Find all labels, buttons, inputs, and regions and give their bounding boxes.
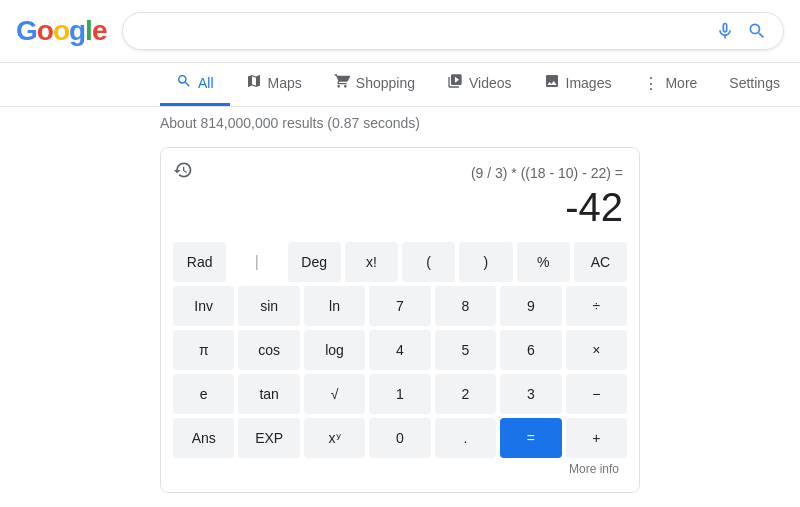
calc-btn-Inv-1-0[interactable]: Inv	[173, 286, 234, 326]
mic-button[interactable]	[715, 21, 735, 41]
calc-btn-1-3-3[interactable]: 1	[369, 374, 430, 414]
logo-letter-l: l	[85, 15, 92, 46]
calc-btn--4-5[interactable]: =	[500, 418, 561, 458]
tab-videos-label: Videos	[469, 75, 512, 91]
tab-more[interactable]: ⋮ More	[627, 64, 713, 106]
tab-maps[interactable]: Maps	[230, 63, 318, 106]
calc-btn-log-2-2[interactable]: log	[304, 330, 365, 370]
calc-btn-0-4-3[interactable]: 0	[369, 418, 430, 458]
calc-btn--4-4[interactable]: .	[435, 418, 496, 458]
calc-btn-ln-1-2[interactable]: ln	[304, 286, 365, 326]
calc-btn--3-2[interactable]: √	[304, 374, 365, 414]
tab-maps-label: Maps	[268, 75, 302, 91]
calc-btn-3-3-5[interactable]: 3	[500, 374, 561, 414]
all-icon	[176, 73, 192, 93]
logo-letter-g: G	[16, 15, 37, 46]
calc-btn--2-0[interactable]: π	[173, 330, 234, 370]
calc-btn-sin-1-1[interactable]: sin	[238, 286, 299, 326]
header: Google 9 ÷ 3((18 – 10) – 22)	[0, 0, 800, 63]
calculator: (9 / 3) * ((18 - 10) - 22) = -42 Rad|Deg…	[160, 147, 640, 493]
tab-settings[interactable]: Settings	[713, 65, 796, 104]
videos-icon	[447, 73, 463, 93]
logo-letter-o1: o	[37, 15, 53, 46]
images-icon	[544, 73, 560, 93]
mic-icon	[715, 21, 735, 41]
google-logo: Google	[16, 15, 106, 47]
tab-videos[interactable]: Videos	[431, 63, 528, 106]
tab-shopping[interactable]: Shopping	[318, 63, 431, 106]
search-icons	[715, 21, 767, 41]
calc-btn-7-1-3[interactable]: 7	[369, 286, 430, 326]
shopping-icon	[334, 73, 350, 93]
calc-btn--1-6[interactable]: ÷	[566, 286, 627, 326]
maps-icon	[246, 73, 262, 93]
calc-btn-6-2-5[interactable]: 6	[500, 330, 561, 370]
calc-btn--0-5[interactable]: )	[459, 242, 512, 282]
calc-btn-AC-0-7[interactable]: AC	[574, 242, 627, 282]
search-bar: 9 ÷ 3((18 – 10) – 22)	[122, 12, 784, 50]
calc-btn-8-1-4[interactable]: 8	[435, 286, 496, 326]
calc-btn-cos-2-1[interactable]: cos	[238, 330, 299, 370]
tab-shopping-label: Shopping	[356, 75, 415, 91]
logo-letter-o2: o	[53, 15, 69, 46]
more-info: More info	[173, 458, 627, 480]
calc-btn--2-6[interactable]: ×	[566, 330, 627, 370]
calc-btn-9-1-5[interactable]: 9	[500, 286, 561, 326]
calc-btn-tan-3-1[interactable]: tan	[238, 374, 299, 414]
calc-btn-x-0-3[interactable]: x!	[345, 242, 398, 282]
calc-btn--0-6[interactable]: %	[517, 242, 570, 282]
more-icon: ⋮	[643, 74, 659, 93]
calc-btn--4-6[interactable]: +	[566, 418, 627, 458]
tab-more-label: More	[665, 75, 697, 91]
calc-expression: (9 / 3) * ((18 - 10) - 22) =	[471, 165, 627, 181]
calc-result: -42	[173, 185, 627, 230]
search-button[interactable]	[747, 21, 767, 41]
calc-display: (9 / 3) * ((18 - 10) - 22) = -42	[173, 160, 627, 230]
calc-display-top: (9 / 3) * ((18 - 10) - 22) =	[173, 160, 627, 185]
calc-btn-Rad-0-0[interactable]: Rad	[173, 242, 226, 282]
search-icon	[747, 21, 767, 41]
calc-btn-5-2-4[interactable]: 5	[435, 330, 496, 370]
calc-btn-EXP-4-1[interactable]: EXP	[238, 418, 299, 458]
results-summary: About 814,000,000 results (0.87 seconds)	[160, 115, 420, 131]
results-info: About 814,000,000 results (0.87 seconds)	[0, 107, 800, 139]
nav-tabs: All Maps Shopping Videos Images ⋮ More S…	[0, 63, 800, 107]
logo-letter-e: e	[92, 15, 107, 46]
nav-right: Settings Tools	[713, 65, 800, 104]
calc-btn-x-4-2[interactable]: xʸ	[304, 418, 365, 458]
calc-buttons: Rad|Degx!()%ACInvsinln789÷πcoslog456×eta…	[173, 242, 627, 458]
calc-btn--0-4[interactable]: (	[402, 242, 455, 282]
logo-letter-g2: g	[69, 15, 85, 46]
tab-settings-label: Settings	[729, 75, 780, 91]
tab-all[interactable]: All	[160, 63, 230, 106]
tab-tools[interactable]: Tools	[796, 65, 800, 104]
tab-images-label: Images	[566, 75, 612, 91]
calc-btn-4-2-3[interactable]: 4	[369, 330, 430, 370]
calc-btn-2-3-4[interactable]: 2	[435, 374, 496, 414]
search-input[interactable]: 9 ÷ 3((18 – 10) – 22)	[139, 22, 705, 40]
tab-images[interactable]: Images	[528, 63, 628, 106]
calc-btn-e-3-0[interactable]: e	[173, 374, 234, 414]
tab-all-label: All	[198, 75, 214, 91]
calc-btn--0-1: |	[230, 242, 283, 282]
calc-btn-Deg-0-2[interactable]: Deg	[288, 242, 341, 282]
calc-btn--3-6[interactable]: −	[566, 374, 627, 414]
calc-btn-Ans-4-0[interactable]: Ans	[173, 418, 234, 458]
history-icon[interactable]	[173, 160, 193, 185]
